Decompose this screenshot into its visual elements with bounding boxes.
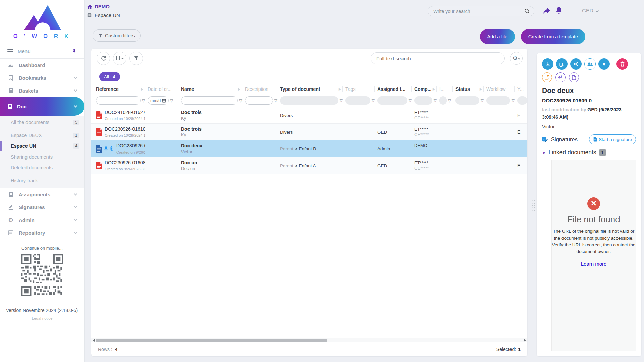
count-badge: 5 [73, 120, 79, 125]
column-header-name[interactable]: Name▶ [178, 86, 242, 92]
sidebar-item-signatures[interactable]: Signatures [0, 201, 84, 214]
column-header-tags[interactable]: Tags [343, 86, 375, 92]
favorite-button[interactable]: ♥ [598, 58, 610, 70]
funnel-icon[interactable]: ▽ [340, 98, 343, 103]
scrollbar-thumb[interactable] [96, 339, 327, 342]
hamburger-icon[interactable] [7, 49, 13, 53]
columns-button[interactable] [113, 52, 126, 65]
fulltext-search-input[interactable] [376, 56, 499, 61]
download-button[interactable] [542, 58, 553, 70]
filter-input-name[interactable] [181, 96, 238, 105]
breadcrumb-home[interactable]: DEMO [87, 4, 110, 9]
assigned-to: GED [377, 163, 387, 168]
column-header-reference[interactable]: Reference▶ [91, 86, 145, 92]
open-external-button[interactable] [542, 72, 552, 82]
column-header-workflow[interactable]: Workflow [484, 86, 515, 92]
table-footer: Rows : 4 Selected: 1 [91, 342, 527, 356]
return-button[interactable]: ↵ [555, 72, 566, 82]
table-row[interactable]: DOC230926-01610-3Created on 10/28/2024 1… [91, 124, 527, 140]
sidebar-item-repository[interactable]: Repository [0, 226, 84, 239]
column-header-description[interactable]: Description [242, 86, 277, 92]
column-header-i[interactable]: I... [437, 86, 453, 92]
sidebar-item-baskets[interactable]: Baskets [0, 84, 84, 97]
column-header-date[interactable]: Date of cr... [145, 86, 178, 92]
horizontal-scrollbar[interactable] [91, 338, 527, 342]
rows-count: 4 [115, 347, 118, 352]
column-header-company[interactable]: Comp...▶ [412, 86, 437, 92]
funnel-icon[interactable]: ▽ [142, 98, 145, 103]
funnel-icon[interactable]: ▽ [481, 98, 484, 103]
table-row-selected[interactable]: DOC230926-01609-0Created on 9/26/2023 3:… [91, 140, 527, 157]
scroll-right-arrow[interactable] [524, 339, 526, 342]
sidebar-item-doc[interactable]: Doc [0, 97, 84, 116]
sidebar-item-bookmarks[interactable]: Bookmarks [0, 71, 84, 84]
filter-select-i[interactable] [439, 96, 447, 105]
global-search-input[interactable] [433, 9, 524, 14]
filter-select-tags[interactable] [345, 96, 370, 105]
filter-select-status[interactable] [455, 96, 479, 105]
custom-filters-button[interactable]: Custom filters [93, 29, 141, 42]
filter-select-company[interactable] [414, 96, 432, 105]
column-header-type[interactable]: Type of document▶ [277, 86, 343, 92]
sidebar-item-dashboard[interactable]: Dashboard [0, 59, 84, 71]
search-icon[interactable] [524, 8, 530, 14]
submenu-item-deleted-documents[interactable]: Deleted documents [0, 162, 84, 173]
column-header-assigned[interactable]: Assigned t... [375, 86, 412, 92]
submenu-item-sharing-documents[interactable]: Sharing documents [0, 152, 84, 162]
table-header-row: Reference▶ Date of cr... Name▶ Descripti… [91, 84, 527, 94]
filter-select-assigned[interactable] [377, 96, 407, 105]
funnel-icon[interactable]: ▽ [512, 98, 515, 103]
funnel-icon[interactable]: ▽ [274, 98, 277, 103]
document-type: > Enfant B [295, 146, 316, 152]
pin-icon[interactable] [72, 49, 77, 54]
delete-button[interactable] [616, 58, 628, 70]
linked-documents-toggle[interactable]: ▸ Linked documents 1 [542, 149, 636, 156]
filter-input-reference[interactable] [96, 96, 141, 105]
filter-input-date[interactable]: mm/d [148, 96, 169, 105]
submenu-item-history-track[interactable]: History track [0, 175, 84, 186]
table-row[interactable]: DOC230926-01608-0Created on 9/26/2023 3:… [91, 157, 527, 174]
filter-select-y[interactable] [517, 96, 527, 105]
start-signature-button[interactable]: Start a signature [589, 134, 636, 144]
funnel-icon[interactable]: ▽ [239, 98, 242, 103]
funnel-icon[interactable]: ▽ [448, 98, 451, 103]
user-menu[interactable]: GED [582, 8, 598, 14]
filter-input-description[interactable] [245, 96, 273, 105]
table-settings-button[interactable]: ⚙ [510, 52, 523, 65]
filter-select-type[interactable] [280, 96, 338, 105]
calendar-icon [162, 99, 166, 103]
create-template-button[interactable]: Create from a template [521, 29, 585, 44]
funnel-icon[interactable]: ▽ [434, 98, 437, 103]
column-header-y[interactable]: Y... [515, 86, 527, 92]
table-row[interactable]: DOC241028-01627-0Created on 10/28/2024 1… [91, 107, 527, 124]
filter-select-workflow[interactable] [486, 96, 510, 105]
app-logo[interactable]: O ' W O R K [0, 0, 84, 40]
all-filter-badge[interactable]: All : 4 [99, 72, 120, 81]
sidebar-item-assignments[interactable]: Assignments [0, 188, 84, 201]
funnel-icon[interactable]: ▽ [170, 98, 173, 103]
copy-button[interactable] [556, 58, 568, 70]
users-button[interactable] [584, 58, 596, 70]
add-file-button[interactable]: Add a file [480, 29, 515, 44]
column-header-status[interactable]: Status▶ [453, 86, 484, 92]
funnel-icon[interactable]: ▽ [372, 98, 375, 103]
sidebar-item-admin[interactable]: ⚙ Admin [0, 214, 84, 226]
submenu-item-all-documents[interactable]: All the documents 5 [0, 117, 84, 128]
refresh-button[interactable] [97, 52, 110, 65]
document-properties-button[interactable] [569, 72, 579, 82]
return-icon: ↵ [558, 75, 562, 80]
legal-notice-link[interactable]: Legal notice [0, 316, 84, 320]
assigned-to: GED [377, 130, 387, 135]
share-button[interactable] [570, 58, 582, 70]
submenu-item-espace-deux[interactable]: Espace DEUX 1 [0, 130, 84, 141]
scroll-left-arrow[interactable] [93, 339, 95, 342]
learn-more-link[interactable]: Learn more [581, 261, 607, 267]
document-detail-panel: ♥ ↵ Doc deux DOC230926-01609-0 last modi… [537, 53, 641, 356]
funnel-icon[interactable]: ▽ [409, 98, 412, 103]
file-not-found-message: The URL of the original file is not vali… [550, 228, 637, 255]
panel-resize-handle[interactable] [532, 200, 535, 212]
submenu-item-espace-un[interactable]: Espace UN 4 [0, 141, 84, 152]
share-forward-icon[interactable] [542, 7, 551, 15]
bell-icon[interactable] [555, 6, 563, 15]
filter-button[interactable] [129, 52, 143, 65]
